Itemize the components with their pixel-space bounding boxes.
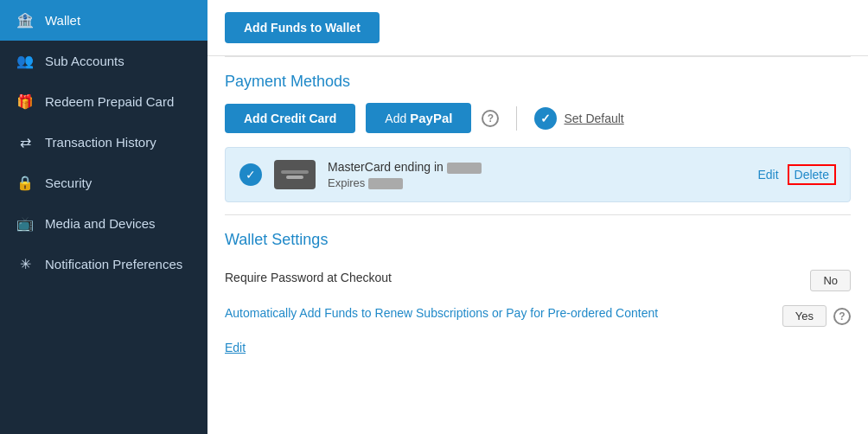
sidebar-item-wallet[interactable]: 🏦 Wallet: [0, 0, 207, 41]
settings-row-password: Require Password at Checkout No: [225, 263, 851, 298]
set-default-area: ✓ Set Default: [534, 107, 623, 130]
wallet-settings-title-plain: Wallet: [225, 231, 271, 248]
history-icon: ⇄: [16, 134, 35, 150]
paypal-brand: PayPal: [410, 111, 452, 125]
payment-methods-section: Payment Methods Add Credit Card Add PayP…: [207, 57, 868, 214]
sidebar-item-redeem-prepaid[interactable]: 🎁 Redeem Prepaid Card: [0, 81, 207, 122]
wallet-settings-title: Wallet Settings: [225, 231, 851, 249]
card-name: MasterCard ending in: [328, 160, 745, 174]
sidebar-label-wallet: Wallet: [45, 13, 80, 28]
vertical-divider: [516, 106, 517, 131]
sidebar-label-redeem-prepaid: Redeem Prepaid Card: [45, 94, 174, 109]
payment-buttons-row: Add Credit Card Add PayPal ? ✓ Set Defau…: [225, 103, 851, 133]
sidebar: 🏦 Wallet 👥 Sub Accounts 🎁 Redeem Prepaid…: [0, 0, 207, 434]
wallet-icon: 🏦: [16, 12, 35, 29]
paypal-help-icon[interactable]: ?: [482, 110, 499, 127]
sidebar-label-sub-accounts: Sub Accounts: [45, 54, 124, 68]
card-stripe-1: [281, 170, 309, 174]
settings-value-auto-funds: Yes ?: [782, 305, 851, 327]
sidebar-item-notification-prefs[interactable]: ✳ Notification Preferences: [0, 244, 207, 284]
password-checkout-value[interactable]: No: [810, 270, 851, 291]
sidebar-label-media-devices: Media and Devices: [45, 216, 156, 231]
card-edit-link[interactable]: Edit: [757, 168, 778, 182]
settings-edit-link[interactable]: Edit: [225, 341, 851, 354]
lock-icon: 🔒: [16, 175, 35, 191]
card-actions: Edit Delete: [757, 164, 836, 185]
users-icon: 👥: [16, 53, 35, 69]
sidebar-item-media-devices[interactable]: 📺 Media and Devices: [0, 203, 207, 244]
card-info: MasterCard ending in Expires: [328, 160, 745, 189]
top-bar: Add Funds to Wallet: [207, 0, 868, 56]
card-type-icon: [274, 160, 316, 189]
settings-row-auto-funds: Automatically Add Funds to Renew Subscri…: [225, 298, 851, 334]
expires-mask: [368, 178, 403, 189]
wallet-settings-section: Wallet Settings Require Password at Chec…: [207, 215, 868, 370]
settings-label-auto-funds: Automatically Add Funds to Renew Subscri…: [225, 305, 769, 322]
card-delete-button[interactable]: Delete: [788, 164, 836, 185]
sidebar-label-transaction-history: Transaction History: [45, 135, 156, 150]
auto-funds-value[interactable]: Yes: [782, 305, 827, 327]
main-content: Add Funds to Wallet Payment Methods Add …: [207, 0, 868, 434]
auto-funds-label-colored: Content: [616, 306, 658, 320]
set-default-check-icon: ✓: [534, 107, 557, 130]
add-funds-button[interactable]: Add Funds to Wallet: [225, 12, 380, 43]
payment-methods-title-plain: Payment: [225, 73, 290, 90]
sidebar-item-transaction-history[interactable]: ⇄ Transaction History: [0, 122, 207, 163]
card-stripe-2: [286, 176, 303, 179]
card-expires: Expires: [328, 176, 745, 189]
settings-label-password: Require Password at Checkout: [225, 270, 796, 287]
payment-methods-title: Payment Methods: [225, 73, 851, 91]
card-number-mask: [447, 163, 482, 174]
payment-methods-title-colored: Methods: [290, 73, 350, 90]
card-row: ✓ MasterCard ending in Expires Edit Dele…: [225, 147, 851, 202]
auto-funds-help-icon[interactable]: ?: [833, 308, 851, 325]
monitor-icon: 📺: [16, 215, 35, 232]
gift-icon: 🎁: [16, 93, 35, 110]
sidebar-item-security[interactable]: 🔒 Security: [0, 163, 207, 203]
sidebar-item-sub-accounts[interactable]: 👥 Sub Accounts: [0, 41, 207, 81]
sidebar-label-security: Security: [45, 176, 92, 190]
expires-label: Expires: [328, 176, 368, 189]
add-paypal-prefix: Add: [385, 112, 406, 125]
card-name-text: MasterCard ending in: [328, 160, 447, 174]
auto-funds-label-plain: Automatically Add Funds to Renew Subscri…: [225, 306, 616, 320]
add-paypal-button[interactable]: Add PayPal: [366, 103, 471, 133]
sidebar-label-notification-prefs: Notification Preferences: [45, 257, 182, 271]
card-selected-icon: ✓: [239, 163, 262, 186]
set-default-link[interactable]: Set Default: [564, 112, 623, 125]
bell-icon: ✳: [16, 256, 35, 272]
add-credit-card-button[interactable]: Add Credit Card: [225, 104, 355, 133]
settings-value-password: No: [810, 270, 851, 291]
wallet-settings-title-colored: Settings: [271, 231, 328, 248]
